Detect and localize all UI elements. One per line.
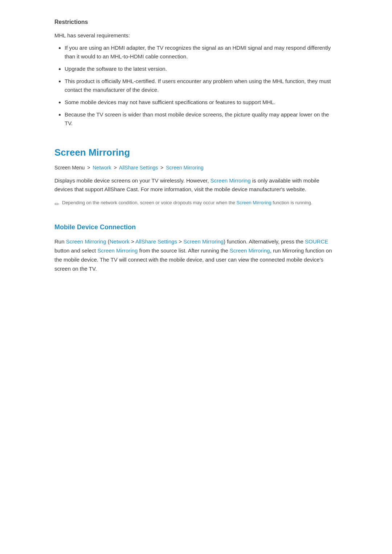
list-item: This product is officially MHL-certified… xyxy=(65,77,338,94)
breadcrumb-network-link[interactable]: Network xyxy=(93,165,111,171)
breadcrumb-sep2: > xyxy=(114,165,117,171)
pencil-icon: ✏ xyxy=(54,200,59,209)
paren-open: ( xyxy=(106,238,110,245)
breadcrumb-part1: Screen Menu xyxy=(54,165,85,171)
source-link[interactable]: SOURCE xyxy=(305,238,328,245)
breadcrumb: Screen Menu > Network > AllShare Setting… xyxy=(54,164,338,172)
note-screen-mirroring-link[interactable]: Screen Mirroring xyxy=(237,200,271,205)
mobile-device-section: Mobile Device Connection Run Screen Mirr… xyxy=(54,222,338,274)
screen-mirroring-link3[interactable]: Screen Mirroring xyxy=(97,247,138,254)
screen-mirroring-inline-link[interactable]: Screen Mirroring xyxy=(211,177,251,184)
network-link[interactable]: Network xyxy=(110,238,130,245)
allshare-link[interactable]: AllShare Settings xyxy=(135,238,177,245)
body-text-before: Displays mobile device screens on your T… xyxy=(54,177,211,184)
breadcrumb-allshare-link[interactable]: AllShare Settings xyxy=(119,165,158,171)
screen-mirroring-link4[interactable]: Screen Mirroring xyxy=(230,247,270,254)
text2: button and select xyxy=(54,247,97,254)
breadcrumb-sep3: > xyxy=(160,165,163,171)
breadcrumb-sep1: > xyxy=(87,165,90,171)
sep2: > xyxy=(177,238,183,245)
mobile-device-body: Run Screen Mirroring (Network > AllShare… xyxy=(54,237,338,273)
restrictions-subtitle: Restrictions xyxy=(54,17,338,27)
run-text: Run xyxy=(54,238,66,245)
note-box: ✏ Depending on the network condition, sc… xyxy=(54,199,338,209)
list-item: Because the TV screen is wider than most… xyxy=(65,110,338,128)
screen-mirroring-body: Displays mobile device screens on your T… xyxy=(54,176,338,194)
restrictions-list: If you are using an HDMI adapter, the TV… xyxy=(54,44,338,128)
restrictions-section: Restrictions MHL has several requirement… xyxy=(54,17,338,128)
restrictions-intro: MHL has several requirements: xyxy=(54,31,338,40)
list-item: Some mobile devices may not have suffici… xyxy=(65,98,338,107)
list-item: Upgrade the software to the latest versi… xyxy=(65,65,338,73)
text3: from the source list. After running the xyxy=(138,247,229,254)
screen-mirroring-link2[interactable]: Screen Mirroring xyxy=(183,238,224,245)
page-container: Restrictions MHL has several requirement… xyxy=(33,0,359,296)
note-text-after: function is running. xyxy=(271,200,313,205)
breadcrumb-screen-mirroring-link[interactable]: Screen Mirroring xyxy=(166,165,203,171)
note-text-before: Depending on the network condition, scre… xyxy=(62,200,237,205)
mobile-device-subtitle: Mobile Device Connection xyxy=(54,222,338,233)
note-text: Depending on the network condition, scre… xyxy=(62,199,312,206)
screen-mirroring-title: Screen Mirroring xyxy=(54,145,338,160)
sep1: > xyxy=(130,238,135,245)
screen-mirroring-section: Screen Mirroring Screen Menu > Network >… xyxy=(54,145,338,209)
text1: function. Alternatively, press the xyxy=(225,238,305,245)
list-item: If you are using an HDMI adapter, the TV… xyxy=(65,44,338,61)
screen-mirroring-link1[interactable]: Screen Mirroring xyxy=(66,238,106,245)
